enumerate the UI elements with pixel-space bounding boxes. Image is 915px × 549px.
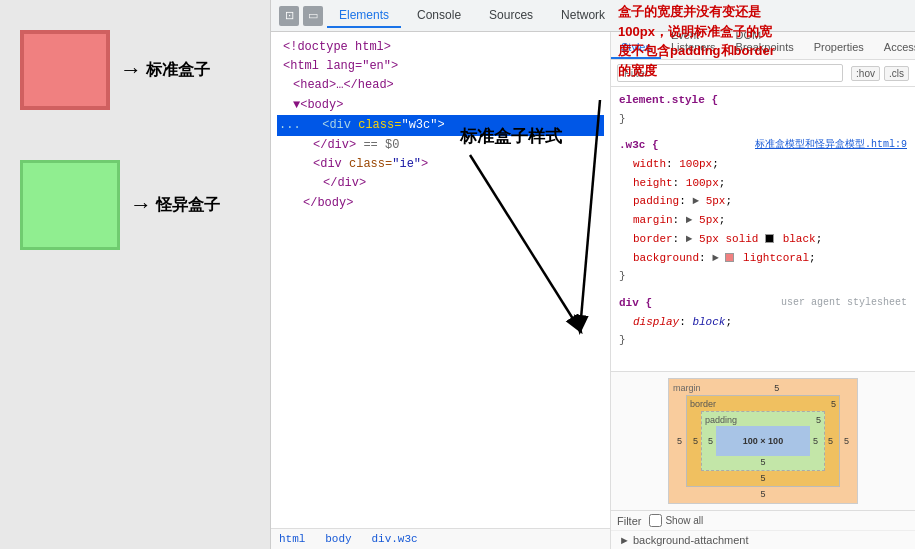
content-box: 100 × 100 — [716, 426, 810, 456]
weird-arrow: → — [130, 192, 152, 218]
dom-line: <!doctype html> — [279, 38, 602, 57]
padding-top-val: 5 — [816, 415, 821, 425]
border-top-val: 5 — [831, 399, 836, 409]
dom-line: </div> — [279, 174, 602, 193]
margin-top-val: 5 — [774, 383, 779, 393]
tab-console[interactable]: Console — [405, 4, 473, 28]
dom-line: <head>…</head> — [279, 76, 602, 95]
dom-panel: <!doctype html> <html lang="en"> <head>…… — [271, 32, 611, 549]
border-right-val: 5 — [825, 436, 836, 446]
computed-background-attachment: background-attachment — [633, 534, 749, 546]
weird-box-label: 怪异盒子 — [156, 195, 220, 216]
margin-label: margin — [673, 383, 701, 393]
mobile-icon[interactable]: ▭ — [303, 6, 323, 26]
padding-box: padding 5 5 100 × 100 — [701, 411, 825, 471]
padding-label: padding — [705, 415, 737, 425]
computed-props: ► background-attachment — [611, 530, 915, 549]
color-swatch-lightcoral[interactable] — [725, 253, 734, 262]
show-all-checkbox[interactable] — [649, 514, 662, 527]
border-expand[interactable]: ► — [686, 233, 693, 245]
padding-expand[interactable]: ► — [692, 195, 699, 207]
background-expand[interactable]: ► — [712, 252, 719, 264]
bottom-filter-label: Filter — [617, 515, 641, 527]
box-model-diagram: margin 5 5 border 5 — [668, 378, 858, 504]
style-label-annotation: 标准盒子样式 — [460, 125, 562, 148]
styles-bottom-filter: Filter Show all — [611, 510, 915, 530]
margin-expand[interactable]: ► — [686, 214, 693, 226]
dom-line: </body> — [279, 194, 602, 213]
breadcrumb: html body div.w3c — [271, 528, 610, 549]
styles-panel: Styles Event Listeners DOM Breakpoints P… — [611, 32, 915, 549]
dom-line: <div class="ie"> — [279, 155, 602, 174]
dom-line: <html lang="en"> — [279, 57, 602, 76]
color-swatch-black[interactable] — [765, 234, 774, 243]
rule-selector: element.style { — [619, 91, 907, 110]
weird-box — [20, 160, 120, 250]
top-right-annotation: 盒子的宽度并没有变还是 100px，说明标准盒子的宽 度不包含padding和b… — [618, 2, 908, 80]
dom-code: <!doctype html> <html lang="en"> <head>…… — [271, 32, 610, 528]
rule-div: div { user agent stylesheet display: blo… — [619, 294, 907, 350]
rule-w3c: .w3c { 标准盒模型和怪异盒模型.html:9 width: 100px; … — [619, 136, 907, 286]
show-all-label: Show all — [665, 515, 703, 526]
border-label: border — [690, 399, 716, 409]
tab-network[interactable]: Network — [549, 4, 617, 28]
rule-close: } — [619, 110, 907, 129]
box-model-area: margin 5 5 border 5 — [611, 371, 915, 510]
margin-right-val: 5 — [840, 436, 853, 446]
border-left-val: 5 — [690, 436, 701, 446]
dom-line: ▼<body> — [279, 96, 602, 115]
margin-left-val: 5 — [673, 436, 686, 446]
border-bottom-val: 5 — [690, 473, 836, 483]
devtools-panel: ⊡ ▭ Elements Console Sources Network <!d… — [270, 0, 915, 549]
margin-box: margin 5 5 border 5 — [668, 378, 858, 504]
tab-elements[interactable]: Elements — [327, 4, 401, 28]
weird-box-row: → 怪异盒子 — [10, 160, 220, 250]
devtools-content: <!doctype html> <html lang="en"> <head>…… — [271, 32, 915, 549]
rule-element-style: element.style { } — [619, 91, 907, 128]
left-panel: → 标准盒子 → 怪异盒子 — [0, 0, 270, 549]
rule-link-w3c[interactable]: 标准盒模型和怪异盒模型.html:9 — [755, 136, 907, 155]
standard-box-row: → 标准盒子 — [10, 30, 210, 110]
border-box: border 5 5 padding 5 — [686, 395, 840, 487]
standard-box-label: 标准盒子 — [146, 60, 210, 81]
rule-agent-stylesheet: user agent stylesheet — [781, 294, 907, 313]
standard-arrow: → — [120, 57, 142, 83]
padding-right-val: 5 — [810, 436, 821, 446]
standard-box — [20, 30, 110, 110]
cursor-icon[interactable]: ⊡ — [279, 6, 299, 26]
padding-left-val: 5 — [705, 436, 716, 446]
padding-bottom-val: 5 — [705, 457, 821, 467]
margin-bottom-val: 5 — [673, 489, 853, 499]
tab-sources[interactable]: Sources — [477, 4, 545, 28]
styles-rules: element.style { } .w3c { 标准盒模型和怪异盒模型.htm… — [611, 87, 915, 371]
